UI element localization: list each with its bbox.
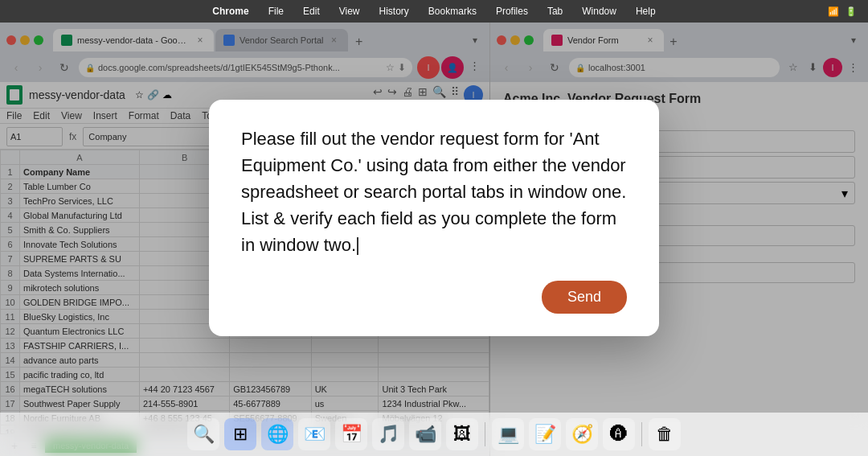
dock-music[interactable]: 🎵 [372,418,404,450]
wifi-icon: 📶 [828,6,839,17]
menu-profiles[interactable]: Profiles [496,6,528,17]
dock-launchpad[interactable]: ⊞ [224,418,256,450]
modal-message: Please fill out the vendor request form … [241,125,627,258]
menu-history[interactable]: History [379,6,409,17]
dock-mail[interactable]: 📧 [298,418,330,450]
menu-tab[interactable]: Tab [547,6,563,17]
modal-overlay: Please fill out the vendor request form … [0,23,868,413]
menu-file[interactable]: File [268,6,284,17]
dock-divider-1 [485,422,485,446]
dock-calendar[interactable]: 📅 [335,418,367,450]
battery-icon: 🔋 [845,6,857,17]
mac-menu-items: Chrome File Edit View History Bookmarks … [212,6,655,17]
dock-terminal[interactable]: 💻 [492,418,524,450]
text-cursor [357,237,358,255]
dock-safari[interactable]: 🧭 [566,418,598,450]
dock-finder[interactable]: 🔍 [187,418,219,450]
menu-bookmarks[interactable]: Bookmarks [428,6,477,17]
mac-status-bar: 📶 🔋 [828,6,857,17]
menu-edit[interactable]: Edit [303,6,320,17]
dock-divider-2 [641,422,642,446]
dock-trash[interactable]: 🗑 [649,418,681,450]
menu-help[interactable]: Help [636,6,656,17]
dock-facetime[interactable]: 📹 [409,418,441,450]
dock-notes[interactable]: 📝 [529,418,561,450]
menu-window[interactable]: Window [582,6,616,17]
send-button[interactable]: Send [542,281,627,314]
dock-photos[interactable]: 🖼 [446,418,478,450]
mac-dock: 🔍 ⊞ 🌐 📧 📅 🎵 📹 🖼 💻 📝 🧭 🅐 🗑 [0,413,868,456]
menu-view[interactable]: View [339,6,360,17]
dock-chrome[interactable]: 🌐 [261,418,293,450]
menu-chrome[interactable]: Chrome [212,6,248,17]
mac-menu-bar: Chrome File Edit View History Bookmarks … [0,0,868,23]
modal-text-content: Please fill out the vendor request form … [241,129,626,255]
dock-appstore[interactable]: 🅐 [603,418,635,450]
modal-dialog: Please fill out the vendor request form … [209,100,659,336]
modal-footer: Send [241,281,627,314]
